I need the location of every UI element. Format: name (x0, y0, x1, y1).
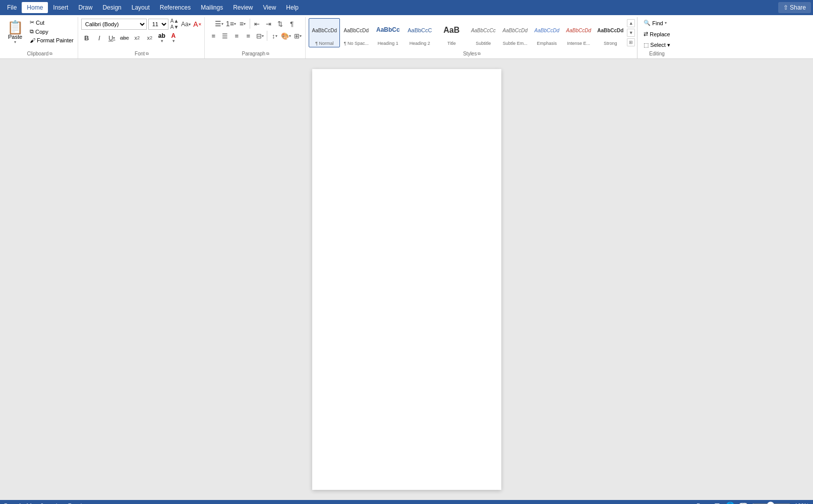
styles-expand-icon[interactable]: ⧉ (478, 51, 481, 56)
cut-icon: ✂ (30, 19, 34, 26)
editing-group: 🔍 Find ▾ ⇄ Replace ⬚ Select ▾ Editing (638, 17, 675, 58)
styles-scroll-down[interactable]: ▼ (627, 29, 635, 37)
cut-button[interactable]: ✂ Cut (28, 18, 76, 27)
align-right-button[interactable]: ≡ (231, 30, 242, 41)
font-label: Font ⧉ (81, 50, 203, 57)
change-case-button[interactable]: Aa▾ (181, 19, 191, 29)
styles-scroll-up[interactable]: ▲ (627, 19, 635, 27)
status-bar: Page 1 of 1 0 words Russian Focus ⊡ 🌐 📖 … (0, 500, 813, 504)
style-emphasis[interactable]: AaBbCcDd Emphasis (531, 18, 562, 47)
clipboard-small-group: ✂ Cut ⧉ Copy 🖌 Format Painter (28, 18, 76, 50)
menu-help[interactable]: Help (281, 2, 304, 13)
style-heading2[interactable]: AaBbCcC Heading 2 (404, 18, 435, 47)
style-subtle-em[interactable]: AaBbCcDd Subtle Em... (499, 18, 531, 47)
paste-button[interactable]: 📋 Paste ▾ (4, 18, 26, 46)
underline-button[interactable]: U▾ (106, 32, 118, 43)
paragraph-label: Paragraph ⧉ (208, 50, 303, 57)
copy-button[interactable]: ⧉ Copy (28, 27, 76, 36)
zoom-slider[interactable] (751, 501, 792, 504)
print-layout-button[interactable]: ⊡ (712, 501, 722, 504)
document-area[interactable] (0, 59, 813, 500)
line-spacing-button[interactable]: ↕▾ (269, 30, 280, 41)
menu-mailings[interactable]: Mailings (196, 2, 228, 13)
format-painter-button[interactable]: 🖌 Format Painter (28, 36, 76, 44)
styles-label: Styles ⧉ (309, 50, 635, 57)
bullets-button[interactable]: ☰▾ (214, 18, 225, 29)
numbering-button[interactable]: 1≡▾ (225, 18, 237, 29)
italic-button[interactable]: I (94, 32, 105, 43)
format-painter-icon: 🖌 (30, 37, 35, 43)
style-no-spacing[interactable]: AaBbCcDd ¶ No Spac... (340, 18, 372, 47)
justify-button[interactable]: ≡ (243, 30, 254, 41)
clipboard-group: 📋 Paste ▾ ✂ Cut ⧉ Copy 🖌 Format P (2, 17, 78, 58)
font-row1: Calibri (Body) 11 A▲ A▼ Aa▾ A✕ (81, 18, 203, 30)
style-subtitle[interactable]: AaBbCcCc Subtitle (468, 18, 499, 47)
align-center-button[interactable]: ☰ (219, 30, 230, 41)
copy-icon: ⧉ (30, 28, 34, 35)
text-highlight-button[interactable]: ab ▾ (157, 32, 167, 43)
menu-draw[interactable]: Draw (73, 2, 97, 13)
replace-button[interactable]: ⇄ Replace (641, 29, 673, 39)
menu-design[interactable]: Design (97, 2, 126, 13)
columns-button[interactable]: ⊟▾ (254, 30, 265, 41)
style-normal[interactable]: AaBbCcDd ¶ Normal (309, 18, 340, 47)
font-expand-icon[interactable]: ⧉ (146, 51, 149, 56)
paragraph-expand-icon[interactable]: ⧉ (266, 51, 269, 56)
font-size-select[interactable]: 11 (148, 19, 168, 30)
paragraph-row2: ≡ ☰ ≡ ≡ ⊟▾ ↕▾ 🎨▾ ⊞▾ (208, 30, 303, 41)
style-heading1[interactable]: AaBbCc Heading 1 (372, 18, 403, 47)
read-mode-button[interactable]: 📖 (738, 501, 748, 504)
align-left-button[interactable]: ≡ (208, 30, 219, 41)
share-button[interactable]: ⇧ Share (778, 2, 811, 13)
styles-group: AaBbCcDd ¶ Normal AaBbCcDd ¶ No Spac... … (307, 17, 637, 58)
ribbon: 📋 Paste ▾ ✂ Cut ⧉ Copy 🖌 Format P (0, 15, 813, 59)
status-right: Focus ⊡ 🌐 📖 100% (699, 501, 809, 504)
paste-icon: 📋 (7, 21, 23, 34)
superscript-button[interactable]: x2 (144, 32, 155, 43)
find-icon: 🔍 (644, 20, 651, 26)
menu-home[interactable]: Home (22, 2, 48, 13)
shading-button[interactable]: 🎨▾ (280, 30, 292, 41)
menu-view[interactable]: View (258, 2, 281, 13)
sort-button[interactable]: ⇅ (275, 18, 286, 29)
font-size-controls: A▲ A▼ (170, 18, 180, 30)
multilevel-list-button[interactable]: ≡▾ (237, 18, 248, 29)
clipboard-label: Clipboard ⧉ (4, 50, 76, 57)
focus-button[interactable]: Focus (699, 501, 709, 504)
menu-insert[interactable]: Insert (48, 2, 73, 13)
find-button[interactable]: 🔍 Find ▾ (641, 18, 669, 28)
style-intense-e[interactable]: AaBbCcDd Intense E... (563, 18, 594, 47)
show-formatting-button[interactable]: ¶ (286, 18, 298, 29)
paragraph-group: ☰▾ 1≡▾ ≡▾ ⇤ ⇥ ⇅ ¶ ≡ ☰ ≡ ≡ ⊟▾ ↕▾ (206, 17, 306, 58)
style-strong[interactable]: AaBbCcDd Strong (595, 18, 626, 47)
web-layout-button[interactable]: 🌐 (725, 501, 735, 504)
font-group: Calibri (Body) 11 A▲ A▼ Aa▾ A✕ B I U▾ (79, 17, 205, 58)
decrease-indent-button[interactable]: ⇤ (252, 18, 263, 29)
increase-indent-button[interactable]: ⇥ (263, 18, 274, 29)
subscript-button[interactable]: x2 (132, 32, 143, 43)
menu-layout[interactable]: Layout (127, 2, 155, 13)
menu-file[interactable]: File (2, 2, 22, 13)
font-grow-button[interactable]: A▲ (170, 18, 180, 24)
style-title[interactable]: AaB Title (436, 18, 467, 47)
borders-button[interactable]: ⊞▾ (292, 30, 303, 41)
bold-button[interactable]: B (81, 32, 92, 43)
clear-formatting-button[interactable]: A✕ (192, 19, 202, 29)
editing-label: Editing (641, 50, 673, 57)
styles-expand[interactable]: ⊞ (627, 38, 635, 46)
replace-icon: ⇄ (644, 31, 648, 37)
select-icon: ⬚ (644, 42, 649, 48)
font-name-select[interactable]: Calibri (Body) (81, 19, 147, 30)
menu-bar: File Home Insert Draw Design Layout Refe… (0, 0, 813, 15)
font-row2: B I U▾ abc x2 x2 ab ▾ A ▾ (81, 32, 179, 43)
menu-references[interactable]: References (155, 2, 196, 13)
styles-gallery: AaBbCcDd ¶ Normal AaBbCcDd ¶ No Spac... … (309, 18, 626, 47)
document-page[interactable] (312, 69, 501, 490)
select-button[interactable]: ⬚ Select ▾ (641, 40, 673, 50)
share-icon: ⇧ (783, 4, 788, 11)
menu-review[interactable]: Review (228, 2, 258, 13)
strikethrough-button[interactable]: abc (119, 32, 130, 43)
font-shrink-button[interactable]: A▼ (170, 24, 180, 30)
clipboard-expand-icon[interactable]: ⧉ (49, 51, 52, 56)
font-color-button[interactable]: A ▾ (168, 32, 179, 43)
